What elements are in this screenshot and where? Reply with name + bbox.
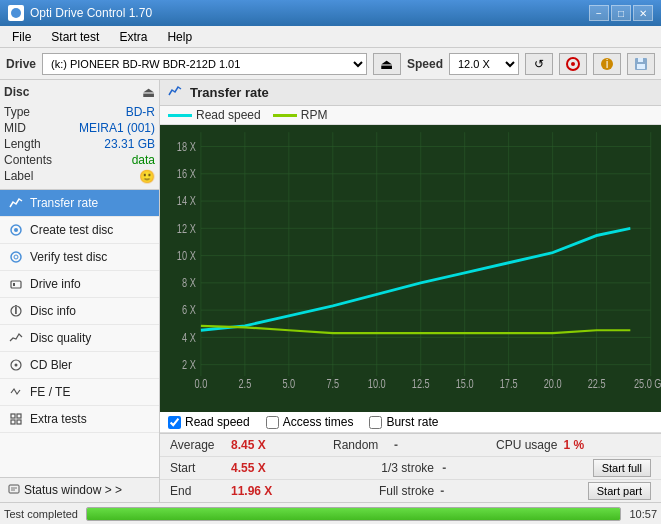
svg-rect-18 [11,414,15,418]
svg-rect-13 [13,283,15,286]
maximize-button[interactable]: □ [611,5,631,21]
drive-info-icon [8,276,24,292]
eject-button[interactable]: ⏏ [373,53,401,75]
legend-read-speed: Read speed [168,108,261,122]
stat-average-row: Average 8.45 X [166,436,329,454]
burst-rate-checkbox[interactable] [369,416,382,429]
nav-item-transfer-rate[interactable]: Transfer rate [0,190,159,217]
svg-text:10 X: 10 X [177,248,196,262]
svg-text:6 X: 6 X [182,303,196,317]
legend-read-speed-label: Read speed [196,108,261,122]
chart-header: Transfer rate [160,80,661,106]
start-full-button[interactable]: Start full [593,459,651,477]
chart-svg: 18 X 16 X 14 X 12 X 10 X 8 X 6 X 4 X 2 X… [160,125,661,412]
toolbar-btn-2[interactable]: i [593,53,621,75]
nav-item-create-test-disc[interactable]: Create test disc [0,217,159,244]
legend-rpm: RPM [273,108,328,122]
svg-text:i: i [14,304,17,317]
nav-item-fe-te[interactable]: FE / TE [0,379,159,406]
disc-type-val: BD-R [126,105,155,119]
menu-help[interactable]: Help [159,28,200,46]
status-window-label: Status window > > [24,483,122,497]
svg-text:15.0: 15.0 [456,376,474,390]
time-text: 10:57 [629,508,657,520]
fe-te-icon [8,384,24,400]
close-button[interactable]: ✕ [633,5,653,21]
stat-end-value: 11.96 X [231,484,276,498]
nav-item-disc-info[interactable]: i Disc info [0,298,159,325]
read-speed-checkbox[interactable] [168,416,181,429]
status-text: Test completed [4,508,78,520]
svg-rect-12 [11,281,21,288]
drive-select[interactable]: (k:) PIONEER BD-RW BDR-212D 1.01 [42,53,367,75]
svg-point-2 [571,62,575,66]
burst-rate-checkbox-label[interactable]: Burst rate [386,415,438,429]
stat-random-value: - [394,438,439,452]
status-window-button[interactable]: Status window > > [0,477,159,502]
nav-fe-te-label: FE / TE [30,385,70,399]
svg-rect-7 [638,58,643,62]
burst-rate-checkbox-item[interactable]: Burst rate [369,415,438,429]
disc-panel: Disc ⏏ Type BD-R MID MEIRA1 (001) Length… [0,80,159,190]
svg-text:12 X: 12 X [177,221,196,235]
svg-text:17.5: 17.5 [500,376,518,390]
nav-item-cd-bler[interactable]: CD Bler [0,352,159,379]
chart-title: Transfer rate [190,85,269,100]
disc-panel-title: Disc [4,85,29,99]
disc-contents-row: Contents data [4,152,155,168]
menu-file[interactable]: File [4,28,39,46]
disc-label-smiley: 🙂 [139,169,155,184]
nav-item-verify-test-disc[interactable]: Verify test disc [0,244,159,271]
refresh-button[interactable]: ↺ [525,53,553,75]
stat-stroke13-row: 1/3 stroke - [377,459,588,477]
sidebar: Disc ⏏ Type BD-R MID MEIRA1 (001) Length… [0,80,160,502]
toolbar-btn-1[interactable] [559,53,587,75]
access-times-checkbox-label[interactable]: Access times [283,415,354,429]
read-speed-checkbox-label[interactable]: Read speed [185,415,250,429]
extra-tests-icon [8,411,24,427]
nav-item-drive-info[interactable]: Drive info [0,271,159,298]
menu-start-test[interactable]: Start test [43,28,107,46]
progress-track [86,507,621,521]
disc-eject-icon[interactable]: ⏏ [142,84,155,100]
stat-fullstroke-label: Full stroke [379,484,434,498]
nav-transfer-rate-label: Transfer rate [30,196,98,210]
start-part-button[interactable]: Start part [588,482,651,500]
svg-point-10 [11,252,21,262]
disc-quality-icon [8,330,24,346]
nav-items: Transfer rate Create test disc Verify te… [0,190,159,477]
menu-extra[interactable]: Extra [111,28,155,46]
verify-test-disc-icon [8,249,24,265]
stat-start-value: 4.55 X [231,461,276,475]
access-times-checkbox-item[interactable]: Access times [266,415,354,429]
legend-rpm-label: RPM [301,108,328,122]
access-times-checkbox[interactable] [266,416,279,429]
create-test-disc-icon [8,222,24,238]
read-speed-checkbox-item[interactable]: Read speed [168,415,250,429]
speed-select[interactable]: 12.0 X [449,53,519,75]
nav-extra-tests-label: Extra tests [30,412,87,426]
checkboxes-row: Read speed Access times Burst rate [160,412,661,433]
stat-end-row: End 11.96 X [166,482,375,500]
stat-end-label: End [170,484,225,498]
svg-rect-20 [11,420,15,424]
disc-length-key: Length [4,137,41,151]
disc-info-icon: i [8,303,24,319]
svg-text:2.5: 2.5 [238,376,251,390]
svg-point-9 [14,228,18,232]
stat-cpu-row: CPU usage 1 % [492,436,655,454]
svg-text:18 X: 18 X [177,139,196,153]
svg-text:16 X: 16 X [177,167,196,181]
nav-item-disc-quality[interactable]: Disc quality [0,325,159,352]
drive-label: Drive [6,57,36,71]
disc-mid-row: MID MEIRA1 (001) [4,120,155,136]
nav-item-extra-tests[interactable]: Extra tests [0,406,159,433]
nav-disc-quality-label: Disc quality [30,331,91,345]
save-button[interactable] [627,53,655,75]
disc-contents-val: data [132,153,155,167]
stat-fullstroke-value: - [440,484,485,498]
svg-text:4 X: 4 X [182,330,196,344]
minimize-button[interactable]: − [589,5,609,21]
disc-contents-key: Contents [4,153,52,167]
svg-rect-21 [17,420,21,424]
